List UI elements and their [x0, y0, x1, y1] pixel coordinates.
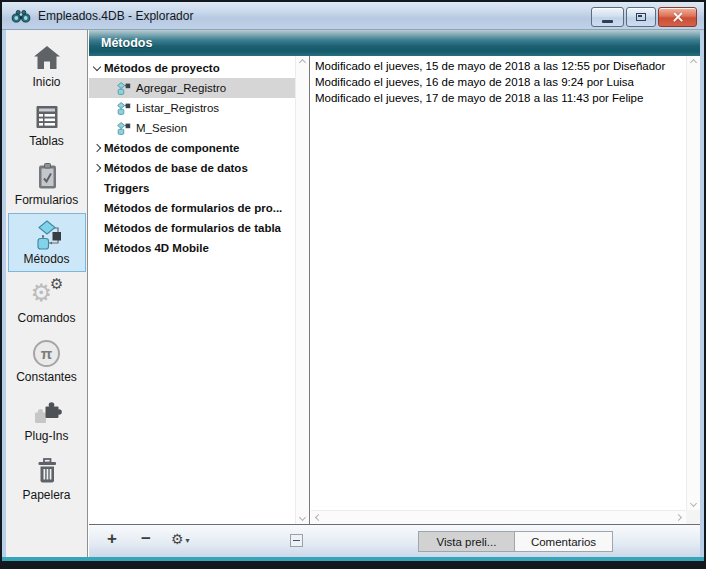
- sidebar-item-label: Plug-Ins: [24, 429, 68, 443]
- trash-icon: [32, 455, 62, 487]
- tree-group-metodos-de-proyecto[interactable]: Métodos de proyecto: [89, 58, 295, 78]
- maximize-button[interactable]: [626, 7, 656, 27]
- main-panel: Métodos Métodos de proyecto: [89, 30, 700, 557]
- sidebar-item-label: Formularios: [15, 193, 78, 207]
- preview-horizontal-scrollbar[interactable]: [311, 510, 686, 524]
- sidebar-item-tablas[interactable]: Tablas: [8, 95, 86, 154]
- method-icon: [117, 102, 131, 115]
- sidebar-item-metodos[interactable]: Métodos: [8, 213, 86, 272]
- sidebar: Inicio Tablas: [6, 30, 88, 557]
- close-icon: [672, 12, 684, 22]
- sidebar-item-label: Inicio: [32, 75, 60, 89]
- tab-vista-previa[interactable]: Vista preli...: [418, 531, 514, 552]
- preview-tabs: Vista preli... Comentarios: [418, 531, 613, 552]
- maximize-icon: [636, 13, 646, 21]
- tables-icon: [32, 101, 62, 133]
- tree-item-agregar-registro[interactable]: Agregar_Registro: [89, 78, 295, 98]
- scroll-up-icon[interactable]: [299, 59, 306, 66]
- tree-group-triggers[interactable]: Triggers: [89, 178, 295, 198]
- tree-item-m-sesion[interactable]: M_Sesion: [89, 118, 295, 138]
- tree-item-label: M_Sesion: [136, 122, 187, 134]
- close-button[interactable]: [658, 7, 697, 27]
- explorer-window: Empleados.4DB - Explorador Inicio: [0, 0, 706, 569]
- forms-clipboard-icon: [32, 160, 62, 192]
- modification-line: Modificado el jueves, 17 de mayo de 2018…: [315, 90, 683, 106]
- sidebar-item-comandos[interactable]: ⚙⚙ Comandos: [8, 272, 86, 331]
- scroll-right-icon[interactable]: [675, 514, 682, 521]
- sidebar-item-label: Comandos: [17, 311, 75, 325]
- tree-item-label: Agregar_Registro: [136, 82, 226, 94]
- scroll-down-icon[interactable]: [299, 514, 306, 521]
- add-method-button[interactable]: +: [101, 527, 123, 551]
- caret-down-icon: ▾: [186, 536, 190, 545]
- tree-group-metodos-formularios-tabla[interactable]: Métodos de formularios de tabla: [89, 218, 295, 238]
- tree-item-label: Listar_Registros: [136, 102, 219, 114]
- bottom-accent-strip: [2, 557, 704, 561]
- tree-item-label: Métodos de componente: [104, 142, 239, 154]
- scrollbar-corner: [686, 510, 700, 524]
- sidebar-item-constantes[interactable]: π Constantes: [8, 331, 86, 390]
- sidebar-item-plugins[interactable]: Plug-Ins: [8, 390, 86, 449]
- section-title: Métodos: [101, 36, 152, 50]
- sidebar-item-inicio[interactable]: Inicio: [8, 36, 86, 95]
- puzzle-icon: [32, 396, 62, 428]
- minus-icon: [293, 540, 300, 542]
- pi-icon: π: [33, 337, 60, 369]
- tree-item-label: Métodos de formularios de pro...: [104, 202, 282, 214]
- sidebar-item-papelera[interactable]: Papelera: [8, 449, 86, 508]
- chevron-right-icon[interactable]: [89, 145, 104, 151]
- tree-item-label: Métodos de proyecto: [104, 62, 220, 74]
- tree-scrollbar[interactable]: [295, 56, 309, 524]
- modification-line: Modificado el jueves, 16 de mayo de 2018…: [315, 74, 683, 90]
- chevron-right-icon[interactable]: [89, 165, 104, 171]
- tree-item-label: Triggers: [104, 182, 149, 194]
- modification-history: Modificado el jueves, 15 de mayo de 2018…: [315, 58, 683, 106]
- sidebar-item-label: Métodos: [23, 252, 69, 266]
- actions-menu-button[interactable]: ⚙ ▾: [171, 531, 190, 547]
- sidebar-item-label: Tablas: [29, 134, 64, 148]
- modification-line: Modificado el jueves, 15 de mayo de 2018…: [315, 58, 683, 74]
- window-content: Inicio Tablas: [6, 30, 700, 557]
- window-title: Empleados.4DB - Explorador: [38, 9, 193, 23]
- preview-vertical-scrollbar[interactable]: [686, 56, 700, 510]
- section-header: Métodos: [89, 30, 700, 56]
- tree-item-listar-registros[interactable]: Listar_Registros: [89, 98, 295, 118]
- collapse-splitter-button[interactable]: [290, 534, 303, 547]
- preview-panel: Modificado el jueves, 15 de mayo de 2018…: [311, 56, 700, 524]
- home-icon: [32, 42, 62, 74]
- window-frame-right: [700, 30, 704, 557]
- tree-item-label: Métodos de formularios de tabla: [104, 222, 281, 234]
- tree-item-label: Métodos de base de datos: [104, 162, 248, 174]
- scroll-down-icon[interactable]: [690, 500, 697, 507]
- tab-comentarios[interactable]: Comentarios: [514, 531, 613, 552]
- sidebar-item-label: Constantes: [16, 370, 77, 384]
- tree-group-metodos-4d-mobile[interactable]: Métodos 4D Mobile: [89, 238, 295, 258]
- method-icon: [117, 82, 131, 95]
- method-tree-panel: Métodos de proyecto: [89, 56, 310, 524]
- bottom-toolbar: + − ⚙ ▾ Vista preli... Comentarios: [89, 524, 700, 557]
- tree-group-metodos-formularios-proyecto[interactable]: Métodos de formularios de pro...: [89, 198, 295, 218]
- tree-group-metodos-de-componente[interactable]: Métodos de componente: [89, 138, 295, 158]
- methods-flowchart-icon: [31, 219, 63, 251]
- remove-method-button[interactable]: −: [135, 527, 157, 551]
- gears-icon: ⚙⚙: [32, 278, 62, 310]
- minimize-button[interactable]: [591, 7, 624, 27]
- titlebar[interactable]: Empleados.4DB - Explorador: [2, 2, 704, 30]
- sidebar-item-formularios[interactable]: Formularios: [8, 154, 86, 213]
- tree-item-label: Métodos 4D Mobile: [104, 242, 209, 254]
- chevron-down-icon[interactable]: [89, 66, 104, 70]
- sidebar-item-label: Papelera: [22, 488, 70, 502]
- minimize-icon: [602, 20, 613, 23]
- binoculars-icon: [11, 8, 31, 24]
- gear-icon: ⚙: [171, 531, 184, 547]
- tree-group-metodos-de-base-de-datos[interactable]: Métodos de base de datos: [89, 158, 295, 178]
- scroll-left-icon[interactable]: [315, 514, 322, 521]
- scroll-up-icon[interactable]: [690, 59, 697, 66]
- method-icon: [117, 122, 131, 135]
